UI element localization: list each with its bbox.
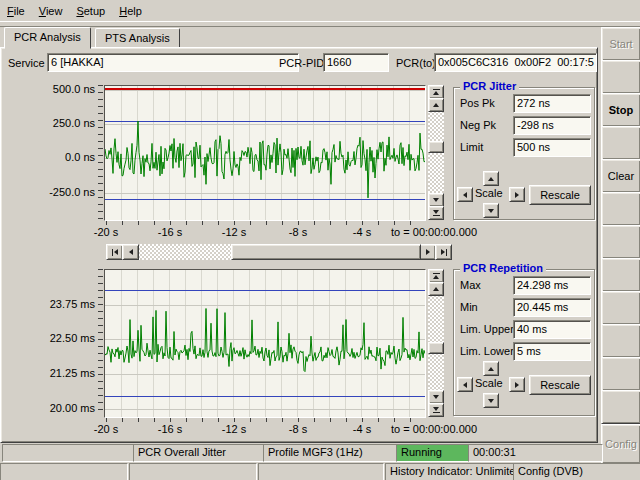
stop-button[interactable]: Stop (601, 93, 640, 127)
pcr-jitter-chart-hscroll-thumb[interactable] (231, 244, 421, 260)
up-arrow-icon (433, 103, 439, 107)
pcr-repetition-chart-y-tick: 20.00 ms (33, 402, 95, 414)
blank-button[interactable] (601, 258, 640, 292)
service-label: Service (8, 57, 45, 69)
blank-button[interactable] (601, 192, 640, 226)
bar-icon (446, 249, 447, 256)
menu-file[interactable]: File (0, 3, 32, 19)
repetition_panel-row-label: Min (460, 301, 478, 313)
jitter-scale-right-button[interactable] (509, 187, 525, 202)
tab-pts-analysis[interactable]: PTS Analysis (95, 28, 180, 48)
jitter-scale-label: Scale (475, 187, 503, 199)
left-arrow-icon (114, 249, 118, 255)
pcr-repetition-chart-y-tick: 21.25 ms (33, 367, 95, 379)
pcr-jitter-chart (104, 85, 426, 221)
blank-button[interactable] (601, 357, 640, 391)
jitter-scale-left-button[interactable] (457, 187, 473, 202)
scroll-down-button[interactable] (428, 390, 444, 404)
pcr-analysis-panel: Service 6 [HAKKA] PCR-PID 1660 PCR(to) 0… (0, 47, 598, 443)
start-button[interactable]: Start (601, 27, 640, 61)
repetition_panel-row-value: 5 ms (513, 342, 591, 361)
bar-icon (433, 273, 440, 274)
repetition-scale-left-button[interactable] (457, 377, 473, 392)
scroll-top-button[interactable] (428, 85, 444, 99)
jitter-scale-up-button[interactable] (483, 171, 499, 186)
pcr-jitter-chart-x-axis-ticks (106, 221, 424, 225)
tab-pcr-analysis[interactable]: PCR Analysis (4, 27, 91, 49)
scroll-top-button[interactable] (428, 269, 444, 283)
menu-setup[interactable]: Setup (69, 3, 112, 19)
pcr-to-field[interactable]: 0x005C6C316 0x00F2 00:17:5 (434, 53, 597, 72)
application-window: FileViewSetupHelp PCR AnalysisPTS Analys… (0, 0, 640, 480)
repetition-scale-down-button[interactable] (483, 393, 499, 408)
status-config-dvb-: Config (DVB) (513, 463, 640, 480)
repetition-scale-right-button[interactable] (509, 377, 525, 392)
pcr-repetition-chart-x-tick: -8 s (278, 423, 318, 435)
pcr-jitter-chart-x-tick: -8 s (278, 226, 318, 238)
scroll-home-button[interactable] (106, 244, 123, 260)
repetition_panel-row-label: Lim. Upper (460, 323, 514, 335)
scroll-end-button[interactable] (435, 244, 452, 260)
bar-icon (433, 215, 440, 216)
jitter-rescale-button[interactable]: Rescale (529, 185, 591, 205)
scroll-down-button[interactable] (428, 193, 444, 207)
right-arrow-icon (515, 382, 519, 388)
pcr-jitter-chart-vertical-scrollbar[interactable] (428, 85, 444, 219)
pcr-repetition-group-title: PCR Repetition (460, 262, 546, 274)
scroll-left-button[interactable] (122, 244, 139, 260)
pcr-pid-field[interactable]: 1660 (323, 53, 389, 72)
status-00-00-31: 00:00:31 (468, 444, 603, 462)
status-empty (129, 463, 257, 480)
blank-button[interactable] (601, 126, 640, 160)
pcr-jitter-chart-y-axis-ticks (98, 85, 103, 219)
menu-view[interactable]: View (32, 3, 70, 19)
left-arrow-icon (129, 249, 133, 255)
right-arrow-icon (426, 249, 430, 255)
up-arrow-icon (488, 177, 494, 181)
pcr-repetition-chart-y-axis-ticks (98, 269, 103, 416)
jitter_panel-row-value: 500 ns (513, 138, 591, 157)
status-empty (2, 444, 138, 462)
status-history-indicator-unlimited: History Indicator: Unlimited (385, 463, 515, 480)
up-arrow-icon (433, 275, 439, 279)
blank-button[interactable] (601, 60, 640, 94)
pcr-jitter-chart-x-end-label: to = 00:00:00.000 (367, 226, 477, 238)
repetition_panel-row-value: 40 ms (513, 320, 591, 339)
blank-button[interactable] (601, 291, 640, 325)
scroll-up-button[interactable] (428, 282, 444, 296)
pcr-repetition-chart-vscroll-thumb[interactable] (428, 342, 444, 354)
repetition-scale-up-button[interactable] (483, 361, 499, 376)
pcr-jitter-chart-y-tick: 0.0 ns (33, 151, 95, 163)
repetition_panel-row-value: 24.298 ms (513, 276, 591, 295)
menu-help[interactable]: Help (112, 3, 149, 19)
repetition_panel-row-label: Lim. Lower (460, 345, 514, 357)
config-button[interactable]: Config (601, 424, 640, 464)
bar-icon (112, 249, 113, 256)
left-arrow-icon (463, 192, 467, 198)
menu-bar: FileViewSetupHelp (0, 0, 640, 21)
scroll-bottom-button[interactable] (428, 206, 444, 220)
pcr-repetition-chart-x-tick: -12 s (214, 423, 254, 435)
right-arrow-icon (441, 249, 445, 255)
blank-button[interactable] (601, 225, 640, 259)
blank-button[interactable] (601, 390, 640, 424)
pcr-repetition-chart-x-end-label: to = 00:00:00.000 (367, 423, 477, 435)
jitter-scale-down-button[interactable] (483, 203, 499, 218)
pcr-jitter-chart-y-tick: 250.0 ns (33, 117, 95, 129)
menu-bar-divider (0, 21, 640, 27)
service-field[interactable]: 6 [HAKKA] (47, 53, 299, 72)
clear-button[interactable]: Clear (601, 159, 640, 193)
pcr-repetition-chart-vertical-scrollbar[interactable] (428, 269, 444, 416)
status-empty (258, 463, 384, 480)
scroll-right-button[interactable] (419, 244, 436, 260)
left-arrow-icon (463, 382, 467, 388)
pcr-jitter-chart-vscroll-thumb[interactable] (428, 141, 444, 153)
jitter_panel-row-label: Limit (460, 141, 483, 153)
scroll-bottom-button[interactable] (428, 403, 444, 417)
pcr-repetition-chart-y-tick: 23.75 ms (33, 298, 95, 310)
scroll-up-button[interactable] (428, 98, 444, 112)
pcr-jitter-chart-horizontal-scrollbar[interactable] (106, 244, 451, 260)
blank-button[interactable] (601, 324, 640, 358)
pcr-repetition-chart-x-tick: -20 s (86, 423, 126, 435)
repetition-rescale-button[interactable]: Rescale (529, 375, 591, 395)
